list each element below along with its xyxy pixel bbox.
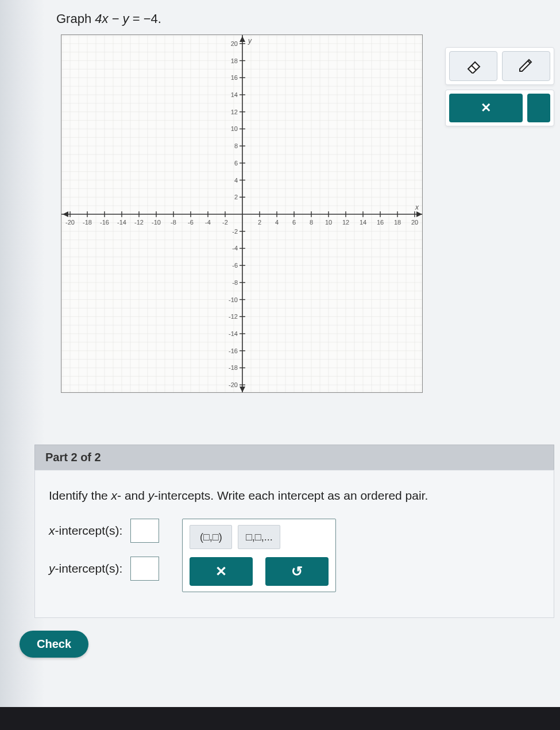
x-intercept-label: x-intercept(s):	[49, 524, 122, 538]
svg-text:-10: -10	[152, 219, 161, 226]
list-key[interactable]: □,□,...	[238, 525, 280, 549]
undo-icon: ↺	[291, 563, 303, 580]
part-body: Identify the x- and y-intercepts. Write …	[34, 470, 554, 618]
svg-text:16: 16	[377, 219, 384, 226]
svg-text:-6: -6	[188, 219, 194, 226]
check-button[interactable]: Check	[20, 631, 88, 658]
svg-text:-14: -14	[229, 330, 238, 337]
part-header: Part 2 of 2	[34, 445, 554, 470]
tool-panel: ✕	[445, 47, 554, 126]
svg-text:2: 2	[258, 219, 261, 226]
svg-text:12: 12	[231, 109, 238, 115]
svg-text:20: 20	[411, 219, 418, 226]
svg-text:-4: -4	[232, 245, 238, 252]
svg-text:2: 2	[234, 194, 238, 200]
svg-text:-2: -2	[222, 219, 228, 226]
x-intercept-input[interactable]	[130, 519, 159, 543]
svg-text:14: 14	[231, 91, 238, 98]
extra-tool-button[interactable]	[527, 94, 550, 122]
svg-marker-90	[240, 36, 245, 42]
svg-marker-91	[240, 387, 245, 392]
ordered-pair-key[interactable]: (□,□)	[190, 525, 232, 549]
svg-text:14: 14	[360, 219, 366, 226]
svg-text:10: 10	[231, 125, 238, 132]
svg-text:-14: -14	[117, 219, 126, 226]
y-intercept-input[interactable]	[130, 557, 159, 581]
graph-area[interactable]: yx-20-18-16-14-12-10-8-6-4-2246810121416…	[61, 34, 423, 393]
svg-text:4: 4	[234, 177, 238, 184]
eraser-tool[interactable]	[449, 51, 497, 81]
taskbar	[0, 707, 560, 730]
svg-text:8: 8	[310, 219, 313, 226]
svg-text:-18: -18	[229, 364, 238, 371]
svg-text:-20: -20	[229, 381, 238, 388]
svg-text:-16: -16	[100, 219, 109, 226]
svg-text:18: 18	[394, 219, 401, 226]
svg-marker-89	[63, 211, 68, 217]
svg-text:8: 8	[234, 142, 238, 149]
keypad: (□,□) □,□,... ✕ ↺	[182, 519, 336, 592]
close-tool-button[interactable]: ✕	[449, 94, 523, 122]
svg-text:-4: -4	[205, 219, 211, 226]
svg-text:-6: -6	[232, 262, 238, 269]
eraser-icon	[465, 59, 482, 74]
svg-text:12: 12	[342, 219, 349, 226]
pencil-icon	[517, 59, 535, 74]
clear-button[interactable]: ✕	[190, 557, 253, 586]
svg-text:18: 18	[231, 57, 238, 64]
svg-text:-10: -10	[229, 296, 238, 303]
svg-text:-8: -8	[232, 279, 238, 286]
svg-text:6: 6	[234, 160, 238, 167]
problem-prompt: Graph 4x − y = −4.	[56, 11, 554, 26]
instruction-text: Identify the x- and y-intercepts. Write …	[49, 489, 540, 503]
svg-text:6: 6	[292, 219, 296, 226]
y-intercept-label: y-intercept(s):	[49, 562, 122, 575]
svg-text:y: y	[248, 37, 252, 45]
svg-text:-2: -2	[232, 228, 238, 235]
svg-marker-88	[416, 211, 422, 217]
pencil-tool[interactable]	[502, 51, 550, 81]
svg-text:-16: -16	[229, 347, 238, 354]
svg-text:4: 4	[275, 219, 279, 226]
svg-text:-12: -12	[229, 313, 238, 320]
svg-text:x: x	[415, 203, 419, 211]
svg-text:-20: -20	[65, 219, 75, 226]
svg-text:-8: -8	[171, 219, 176, 226]
svg-text:10: 10	[325, 219, 332, 226]
svg-text:-12: -12	[134, 219, 144, 226]
svg-text:20: 20	[231, 40, 238, 47]
svg-text:16: 16	[231, 74, 238, 81]
close-icon: ✕	[215, 563, 227, 580]
close-icon: ✕	[481, 101, 491, 115]
svg-text:-18: -18	[83, 219, 92, 226]
undo-button[interactable]: ↺	[265, 557, 329, 586]
